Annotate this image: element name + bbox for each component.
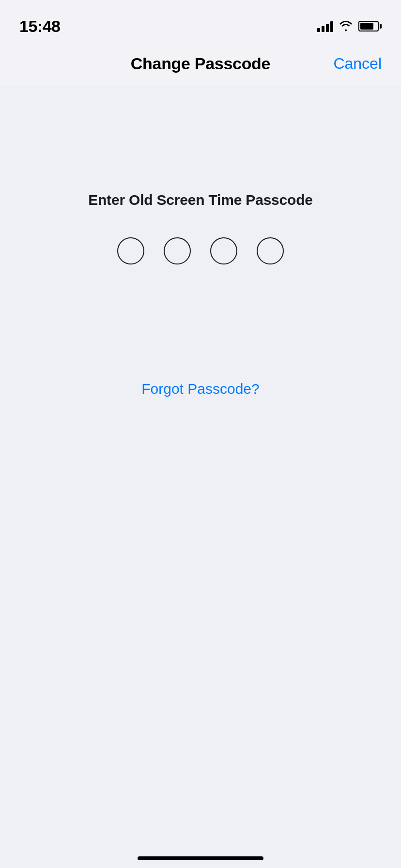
- nav-bar: Change Passcode Cancel: [0, 43, 401, 85]
- cancel-button[interactable]: Cancel: [333, 55, 382, 73]
- main-content: Enter Old Screen Time Passcode Forgot Pa…: [0, 85, 401, 868]
- passcode-dot-4: [257, 237, 284, 264]
- home-indicator: [138, 856, 263, 860]
- battery-tip: [380, 24, 382, 29]
- wifi-icon: [339, 21, 353, 31]
- battery-fill: [360, 23, 373, 30]
- passcode-dot-2: [164, 237, 191, 264]
- status-icons: [317, 20, 382, 32]
- passcode-dot-1: [117, 237, 144, 264]
- forgot-passcode-link[interactable]: Forgot Passcode?: [141, 381, 259, 397]
- status-bar: 15:48: [0, 0, 401, 43]
- battery-icon: [358, 21, 382, 31]
- passcode-prompt-label: Enter Old Screen Time Passcode: [88, 192, 313, 208]
- signal-bars-icon: [317, 20, 333, 32]
- battery-body: [358, 21, 379, 31]
- page-title: Change Passcode: [131, 54, 270, 73]
- status-time: 15:48: [19, 17, 60, 36]
- passcode-dots-container: [117, 237, 284, 264]
- passcode-dot-3: [210, 237, 237, 264]
